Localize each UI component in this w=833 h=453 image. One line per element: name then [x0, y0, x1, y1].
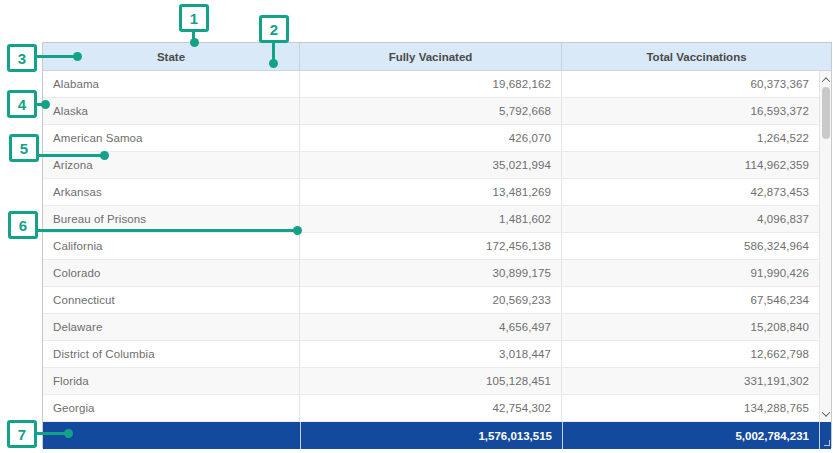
- cell-fully-vacinated: 172,456,138: [300, 233, 562, 259]
- callout-1-marker: 1: [179, 4, 209, 32]
- cell-total-vaccinations: 12,662,798: [562, 341, 819, 367]
- cell-total-vaccinations: 15,208,840: [562, 314, 819, 340]
- resize-grip-icon: [824, 440, 830, 446]
- table-row[interactable]: California 172,456,138 586,324,964: [43, 233, 819, 260]
- callout-7-marker: 7: [7, 420, 37, 448]
- cell-fully-vacinated: 35,021,994: [300, 152, 562, 178]
- scroll-up-button[interactable]: [820, 73, 831, 86]
- cell-state: Alabama: [43, 71, 300, 97]
- cell-total-vaccinations: 60,373,367: [562, 71, 819, 97]
- column-header-total-vaccinations[interactable]: Total Vaccinations: [562, 43, 831, 70]
- cell-fully-vacinated: 5,792,668: [300, 98, 562, 124]
- callout-3-dot: [73, 52, 82, 61]
- callout-4-dot: [41, 100, 50, 109]
- cell-total-vaccinations: 67,546,234: [562, 287, 819, 313]
- cell-fully-vacinated: 3,018,447: [300, 341, 562, 367]
- cell-state: Georgia: [43, 395, 300, 421]
- cell-state: Arkansas: [43, 179, 300, 205]
- cell-total-vaccinations: 1,264,522: [562, 125, 819, 151]
- callout-7-dot: [64, 429, 73, 438]
- table-row[interactable]: Florida 105,128,451 331,191,302: [43, 368, 819, 395]
- callout-3-marker: 3: [7, 44, 37, 72]
- cell-total-vaccinations: 331,191,302: [562, 368, 819, 394]
- cell-fully-vacinated: 13,481,269: [300, 179, 562, 205]
- cell-fully-vacinated: 4,656,497: [300, 314, 562, 340]
- column-header-fully-vacinated[interactable]: Fully Vacinated: [300, 43, 562, 70]
- cell-total-vaccinations: 91,990,426: [562, 260, 819, 286]
- callout-6-marker: 6: [8, 211, 38, 239]
- callout-5-dot: [100, 151, 109, 160]
- data-table: State Fully Vacinated Total Vaccinations…: [42, 42, 832, 448]
- table-row[interactable]: Colorado 30,899,175 91,990,426: [43, 260, 819, 287]
- table-row[interactable]: District of Columbia 3,018,447 12,662,79…: [43, 341, 819, 368]
- cell-state: California: [43, 233, 300, 259]
- cell-fully-vacinated: 426,070: [300, 125, 562, 151]
- cell-total-vaccinations: 134,288,765: [562, 395, 819, 421]
- cell-fully-vacinated: 20,569,233: [300, 287, 562, 313]
- table-row[interactable]: Arizona 35,021,994 114,962,359: [43, 152, 819, 179]
- cell-state: Delaware: [43, 314, 300, 340]
- callout-1-dot: [190, 38, 199, 47]
- cell-state: American Samoa: [43, 125, 300, 151]
- table-row[interactable]: Delaware 4,656,497 15,208,840: [43, 314, 819, 341]
- table-body: Alabama 19,682,162 60,373,367 Alaska 5,7…: [43, 71, 819, 422]
- callout-5-line: [39, 154, 104, 157]
- chevron-down-icon: [821, 408, 829, 416]
- cell-fully-vacinated: 1,481,602: [300, 206, 562, 232]
- summary-fully-vacinated: 1,576,013,515: [300, 422, 562, 449]
- table-row[interactable]: Arkansas 13,481,269 42,873,453: [43, 179, 819, 206]
- callout-4-marker: 4: [7, 90, 37, 118]
- callout-6-line: [38, 229, 297, 232]
- summary-total-vaccinations: 5,002,784,231: [562, 422, 819, 449]
- cell-total-vaccinations: 586,324,964: [562, 233, 819, 259]
- callout-2-dot: [269, 59, 278, 68]
- vertical-scrollbar[interactable]: [819, 71, 831, 422]
- callout-6-dot: [293, 226, 302, 235]
- summary-row: 1,576,013,515 5,002,784,231: [43, 422, 831, 449]
- cell-state: Colorado: [43, 260, 300, 286]
- cell-state: Alaska: [43, 98, 300, 124]
- cell-fully-vacinated: 30,899,175: [300, 260, 562, 286]
- table-row[interactable]: Alaska 5,792,668 16,593,372: [43, 98, 819, 125]
- scroll-down-button[interactable]: [820, 407, 831, 420]
- callout-3-line: [37, 55, 77, 58]
- summary-state-cell: [43, 422, 300, 449]
- cell-state: District of Columbia: [43, 341, 300, 367]
- table-row[interactable]: Alabama 19,682,162 60,373,367: [43, 71, 819, 98]
- table-row[interactable]: American Samoa 426,070 1,264,522: [43, 125, 819, 152]
- callout-5-marker: 5: [9, 134, 39, 162]
- cell-total-vaccinations: 4,096,837: [562, 206, 819, 232]
- cell-fully-vacinated: 105,128,451: [300, 368, 562, 394]
- cell-state: Florida: [43, 368, 300, 394]
- chevron-up-icon: [821, 77, 829, 85]
- cell-total-vaccinations: 16,593,372: [562, 98, 819, 124]
- cell-state: Connecticut: [43, 287, 300, 313]
- page: State Fully Vacinated Total Vaccinations…: [0, 0, 833, 453]
- callout-2-marker: 2: [259, 15, 289, 43]
- cell-total-vaccinations: 114,962,359: [562, 152, 819, 178]
- cell-fully-vacinated: 19,682,162: [300, 71, 562, 97]
- cell-fully-vacinated: 42,754,302: [300, 395, 562, 421]
- cell-total-vaccinations: 42,873,453: [562, 179, 819, 205]
- table-row[interactable]: Georgia 42,754,302 134,288,765: [43, 395, 819, 422]
- scrollbar-thumb[interactable]: [822, 87, 830, 139]
- table-row[interactable]: Connecticut 20,569,233 67,546,234: [43, 287, 819, 314]
- table-header: State Fully Vacinated Total Vaccinations: [43, 43, 831, 71]
